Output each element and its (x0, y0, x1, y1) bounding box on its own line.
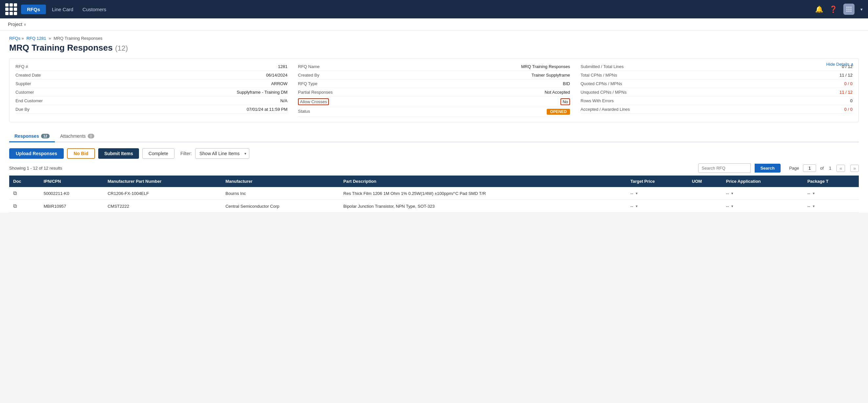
svg-rect-2 (850, 6, 851, 8)
cell-price-application[interactable]: -- ▾ (722, 200, 804, 213)
grid-icon[interactable] (5, 3, 17, 15)
cell-target-price[interactable]: -- ▾ (626, 187, 688, 200)
detail-row-status: Status OPENED (298, 107, 570, 117)
tab-attachments-label: Attachments (60, 134, 86, 139)
cell-manufacturer: Central Semiconductor Corp (221, 200, 339, 213)
submit-items-button[interactable]: Submit Items (98, 148, 139, 159)
detail-row: Created Date 06/14/2024 (16, 71, 287, 80)
cell-manufacturer: Bourns Inc (221, 187, 339, 200)
action-bar: Upload Responses No Bid Submit Items Com… (9, 148, 859, 159)
detail-row: End Customer N/A (16, 97, 287, 105)
details-col-3: Submitted / Total Lines 0 / 12 Total CPN… (581, 62, 852, 117)
detail-row: Due By 07/01/24 at 11:59 PM (16, 105, 287, 114)
user-menu-chevron[interactable]: ▾ (861, 7, 863, 12)
line-items-table: Doc IPN/CPN Manufacturer Part Number Man… (9, 175, 859, 213)
cell-package-t[interactable]: -- ▾ (803, 187, 859, 200)
details-grid: RFQ # 1281 Created Date 06/14/2024 Suppl… (16, 62, 852, 117)
detail-row: Partial Responses Not Accepted (298, 88, 570, 97)
page-title-text: MRQ Training Responses (9, 43, 113, 53)
cell-ipn-cpn: 50002211-K0 (40, 187, 104, 200)
col-header-description: Part Description (339, 175, 626, 187)
detail-row: RFQ Name MRQ Training Responses (298, 62, 570, 71)
svg-rect-8 (850, 10, 851, 12)
page-title: MRQ Training Responses (12) (9, 43, 859, 53)
search-input[interactable] (698, 163, 751, 173)
svg-rect-4 (848, 8, 849, 10)
table-row: ⧉ 50002211-K0 CR1206-FX-1004ELF Bourns I… (9, 187, 859, 200)
user-avatar[interactable] (843, 4, 855, 15)
rfqs-nav-button[interactable]: RFQs (21, 5, 46, 14)
tab-responses[interactable]: Responses 12 (9, 131, 55, 142)
detail-row: Created By Trainer Supplyframe (298, 71, 570, 80)
cell-doc: ⧉ (9, 187, 40, 200)
detail-row: Quoted CPNs / MPNs 0 / 0 (581, 80, 852, 88)
page-input[interactable] (803, 164, 816, 172)
cell-doc: ⧉ (9, 200, 40, 213)
cell-uom (688, 187, 722, 200)
doc-copy-icon[interactable]: ⧉ (13, 190, 17, 196)
detail-row: Supplier ARROW (16, 80, 287, 88)
package-t-dropdown-icon[interactable]: ▾ (813, 204, 815, 208)
filter-wrapper: Show All Line Items ▾ (195, 148, 249, 159)
results-bar: Showing 1 - 12 of 12 results Search Page… (9, 163, 859, 173)
pagination-next-button[interactable]: » (850, 165, 859, 172)
hide-details-link[interactable]: Hide Details ∧ (826, 62, 854, 67)
table-row: ⧉ MBIR10957 CMST2222 Central Semiconduct… (9, 200, 859, 213)
breadcrumb-sep2: » (49, 36, 51, 41)
col-header-mpn: Manufacturer Part Number (103, 175, 221, 187)
customers-nav-link[interactable]: Customers (78, 5, 111, 14)
tab-attachments[interactable]: Attachments 0 (55, 131, 99, 142)
svg-rect-7 (848, 10, 849, 12)
tab-responses-label: Responses (14, 134, 39, 139)
tabs: Responses 12 Attachments 0 (9, 128, 859, 142)
filter-select[interactable]: Show All Line Items (195, 148, 249, 159)
target-price-dropdown-icon[interactable]: ▾ (636, 204, 638, 208)
details-col-2: RFQ Name MRQ Training Responses Created … (298, 62, 570, 117)
complete-button[interactable]: Complete (142, 148, 175, 159)
help-icon[interactable]: ❓ (829, 5, 837, 13)
detail-row: Unquoted CPNs / MPNs 11 / 12 (581, 88, 852, 97)
col-header-doc: Doc (9, 175, 40, 187)
doc-copy-icon[interactable]: ⧉ (13, 203, 17, 209)
tab-responses-badge: 12 (41, 134, 50, 138)
target-price-dropdown-icon[interactable]: ▾ (636, 191, 638, 196)
detail-row: Submitted / Total Lines 0 / 12 (581, 62, 852, 71)
table-body: ⧉ 50002211-K0 CR1206-FX-1004ELF Bourns I… (9, 187, 859, 213)
breadcrumb-sep1: » (22, 36, 24, 41)
total-pages: 1 (829, 166, 831, 171)
svg-rect-5 (850, 8, 851, 10)
line-card-nav-link[interactable]: Line Card (47, 5, 78, 14)
svg-rect-3 (846, 8, 848, 10)
detail-row-allow-crosses: Allow Crosses No (298, 97, 570, 107)
package-t-dropdown-icon[interactable]: ▾ (813, 191, 815, 196)
price-application-dropdown-icon[interactable]: ▾ (731, 191, 733, 196)
breadcrumb-rfq1281[interactable]: RFQ 1281 (26, 36, 46, 41)
cell-description: Res Thick Film 1206 1M Ohm 1% 0.25W(1/4W… (339, 187, 626, 200)
no-bid-button[interactable]: No Bid (67, 148, 95, 159)
notification-icon[interactable]: 🔔 (815, 5, 823, 13)
search-button[interactable]: Search (755, 164, 781, 173)
page-label: Page (789, 166, 799, 171)
breadcrumb-current: MRQ Training Responses (54, 36, 102, 41)
cell-mpn: CMST2222 (103, 200, 221, 213)
price-application-dropdown-icon[interactable]: ▾ (731, 204, 733, 208)
upload-responses-button[interactable]: Upload Responses (9, 148, 64, 159)
tab-attachments-badge: 0 (88, 134, 94, 138)
detail-row: RFQ Type BID (298, 80, 570, 88)
page-title-count: (12) (115, 44, 128, 52)
breadcrumb: RFQs » RFQ 1281 » MRQ Training Responses (9, 36, 859, 41)
top-navigation: RFQs Line Card Customers 🔔 ❓ ▾ (0, 0, 868, 19)
cell-mpn: CR1206-FX-1004ELF (103, 187, 221, 200)
detail-row: RFQ # 1281 (16, 62, 287, 71)
col-header-manufacturer: Manufacturer (221, 175, 339, 187)
cell-price-application[interactable]: -- ▾ (722, 187, 804, 200)
col-header-target-price: Target Price (626, 175, 688, 187)
cell-uom (688, 200, 722, 213)
cell-package-t[interactable]: -- ▾ (803, 200, 859, 213)
breadcrumb-rfqs[interactable]: RFQs (9, 36, 20, 41)
project-bar[interactable]: Project ∨ (0, 19, 868, 31)
pagination-prev-button[interactable]: « (836, 165, 845, 172)
status-badge: OPENED (547, 109, 570, 115)
results-text: Showing 1 - 12 of 12 results (9, 166, 694, 171)
cell-target-price[interactable]: -- ▾ (626, 200, 688, 213)
